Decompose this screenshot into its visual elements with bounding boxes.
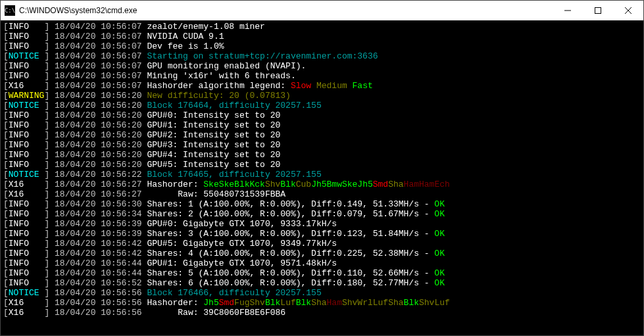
log-line: [INFO ] 18/04/20 10:56:34 Shares: 2 (A:1… <box>3 209 641 219</box>
maximize-button[interactable] <box>583 1 613 20</box>
log-line: [WARNING] 18/04/20 10:56:20 New difficul… <box>3 91 641 101</box>
log-line: [INFO ] 18/04/20 10:56:44 GPU#1: Gigabyt… <box>3 258 641 268</box>
log-line: [X16 ] 18/04/20 10:56:56 Hashorder: Jh5S… <box>3 298 641 308</box>
log-line: [INFO ] 18/04/20 10:56:20 GPU#5: Intensi… <box>3 160 641 170</box>
log-line: [INFO ] 18/04/20 10:56:42 Shares: 4 (A:1… <box>3 249 641 258</box>
log-line: [INFO ] 18/04/20 10:56:39 GPU#0: Gigabyt… <box>3 219 641 229</box>
log-line: [NOTICE ] 18/04/20 10:56:22 Block 176465… <box>3 170 641 180</box>
log-line: [INFO ] 18/04/20 10:56:20 GPU#1: Intensi… <box>3 120 641 130</box>
cmd-window: C:\ C:\WINDOWS\system32\cmd.exe [INFO ] … <box>0 0 644 336</box>
log-line: [INFO ] 18/04/20 10:56:20 GPU#3: Intensi… <box>3 140 641 150</box>
cmd-icon: C:\ <box>5 5 15 16</box>
log-line: [INFO ] 18/04/20 10:56:07 Mining 'x16r' … <box>3 71 641 81</box>
log-line: [X16 ] 18/04/20 10:56:07 Hashorder algor… <box>3 81 641 91</box>
log-line: [INFO ] 18/04/20 10:56:07 NVIDIA CUDA 9.… <box>3 32 641 41</box>
log-line: [INFO ] 18/04/20 10:56:39 Shares: 3 (A:1… <box>3 229 641 239</box>
log-line: [INFO ] 18/04/20 10:56:20 GPU#0: Intensi… <box>3 110 641 120</box>
window-controls <box>553 1 643 20</box>
log-line: [INFO ] 18/04/20 10:56:20 GPU#4: Intensi… <box>3 150 641 160</box>
log-line: [INFO ] 18/04/20 10:56:44 Shares: 5 (A:1… <box>3 268 641 278</box>
svg-rect-1 <box>595 8 601 14</box>
window-title: C:\WINDOWS\system32\cmd.exe <box>19 6 137 15</box>
log-line: [NOTICE ] 18/04/20 10:56:07 Starting on … <box>3 51 641 61</box>
log-line: [NOTICE ] 18/04/20 10:56:56 Block 176466… <box>3 288 641 298</box>
log-line: [X16 ] 18/04/20 10:56:56 Raw: 39C8060FB8… <box>3 308 641 318</box>
close-button[interactable] <box>613 1 643 20</box>
terminal-output[interactable]: [INFO ] 18/04/20 10:56:07 zealot/enemy-1… <box>1 20 643 335</box>
log-line: [INFO ] 18/04/20 10:56:07 GPU monitoring… <box>3 61 641 71</box>
log-line: [NOTICE ] 18/04/20 10:56:20 Block 176464… <box>3 101 641 110</box>
log-line: [INFO ] 18/04/20 10:56:07 Dev fee is 1.0… <box>3 41 641 51</box>
log-line: [X16 ] 18/04/20 10:56:27 Raw: 5504807315… <box>3 189 641 199</box>
log-line: [INFO ] 18/04/20 10:56:52 Shares: 6 (A:1… <box>3 278 641 288</box>
titlebar[interactable]: C:\ C:\WINDOWS\system32\cmd.exe <box>1 1 643 20</box>
minimize-button[interactable] <box>553 1 583 20</box>
log-line: [INFO ] 18/04/20 10:56:30 Shares: 1 (A:1… <box>3 199 641 209</box>
log-line: [INFO ] 18/04/20 10:56:07 zealot/enemy-1… <box>3 22 641 32</box>
log-line: [INFO ] 18/04/20 10:56:20 GPU#2: Intensi… <box>3 130 641 140</box>
log-line: [X16 ] 18/04/20 10:56:27 Hashorder: SkeS… <box>3 180 641 189</box>
log-line: [INFO ] 18/04/20 10:56:42 GPU#5: Gigabyt… <box>3 239 641 249</box>
